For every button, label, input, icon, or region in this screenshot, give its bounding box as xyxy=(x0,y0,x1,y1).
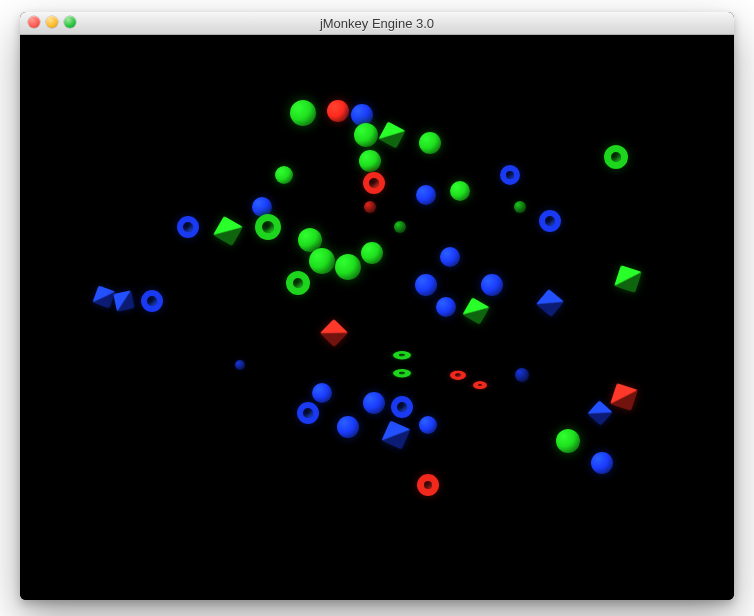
scene-torus xyxy=(604,145,628,169)
scene-cube xyxy=(610,383,638,411)
scene-torus xyxy=(255,214,281,240)
scene-sphere xyxy=(361,242,383,264)
scene-torus xyxy=(417,474,439,496)
scene-cube xyxy=(113,290,134,311)
close-icon[interactable] xyxy=(28,16,40,28)
render-viewport[interactable] xyxy=(20,35,734,600)
scene-torus xyxy=(363,172,385,194)
scene-sphere xyxy=(337,416,359,438)
scene-sphere xyxy=(359,150,381,172)
scene-sphere xyxy=(440,247,460,267)
scene-cube xyxy=(462,297,489,324)
scene-torus xyxy=(473,381,488,389)
scene-sphere xyxy=(415,274,437,296)
window-title: jMonkey Engine 3.0 xyxy=(320,16,434,31)
scene-sphere xyxy=(327,100,349,122)
minimize-icon[interactable] xyxy=(46,16,58,28)
scene-sphere xyxy=(309,248,335,274)
zoom-icon[interactable] xyxy=(64,16,76,28)
scene-torus xyxy=(450,371,467,380)
scene-cube xyxy=(213,216,243,246)
scene-sphere xyxy=(514,201,526,213)
scene-sphere xyxy=(436,297,456,317)
scene-torus xyxy=(392,369,411,377)
window-titlebar[interactable]: jMonkey Engine 3.0 xyxy=(20,12,734,35)
scene-torus xyxy=(141,290,163,312)
app-window: jMonkey Engine 3.0 xyxy=(20,12,734,600)
scene-cube xyxy=(587,400,612,425)
scene-sphere xyxy=(419,416,437,434)
scene-sphere xyxy=(290,100,316,126)
scene-sphere xyxy=(394,221,406,233)
window-controls xyxy=(28,16,76,28)
scene-sphere xyxy=(275,166,293,184)
scene-torus xyxy=(500,165,520,185)
scene-sphere xyxy=(591,452,613,474)
scene-sphere xyxy=(363,392,385,414)
scene-cube xyxy=(536,289,564,317)
scene-sphere xyxy=(556,429,580,453)
scene-sphere xyxy=(235,360,245,370)
scene-sphere xyxy=(416,185,436,205)
scene-sphere xyxy=(312,383,332,403)
scene-sphere xyxy=(450,181,470,201)
scene-sphere xyxy=(335,254,361,280)
scene-torus xyxy=(177,216,199,238)
scene-torus xyxy=(297,402,319,424)
scene-torus xyxy=(286,271,310,295)
scene-sphere xyxy=(364,201,376,213)
scene-sphere xyxy=(419,132,441,154)
scene-cube xyxy=(614,265,642,293)
scene-sphere xyxy=(481,274,503,296)
scene-sphere xyxy=(354,123,378,147)
scene-cube xyxy=(92,285,115,308)
scene-cube xyxy=(378,121,405,148)
scene-sphere xyxy=(515,368,529,382)
scene-torus xyxy=(539,210,561,232)
scene-torus xyxy=(392,351,411,359)
scene-cube xyxy=(320,319,348,347)
scene-torus xyxy=(391,396,413,418)
scene-cube xyxy=(381,420,410,449)
